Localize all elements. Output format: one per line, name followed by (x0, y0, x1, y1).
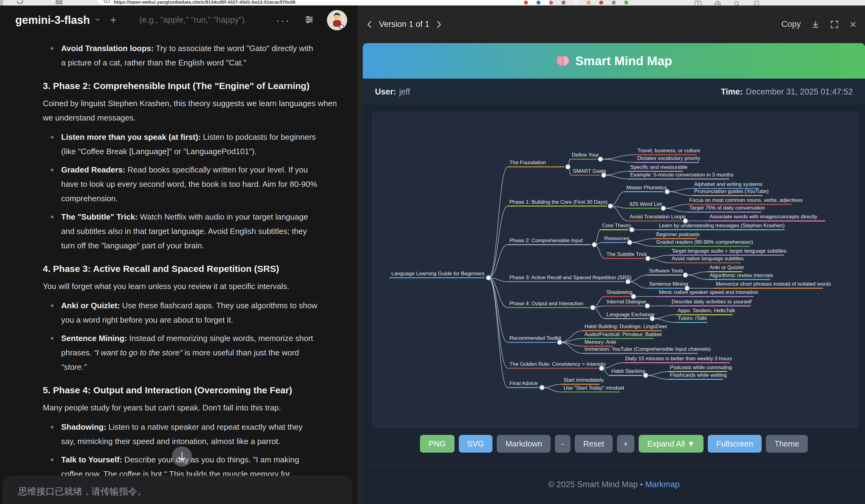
png-button[interactable]: PNG (420, 435, 454, 453)
mindmap-canvas[interactable]: Language Learning Guide for BeginnersThe… (373, 112, 858, 427)
reset-button[interactable]: Reset (575, 435, 613, 453)
mindmap-node-toggle[interactable] (665, 189, 670, 194)
mindmap-node-label[interactable]: Language Learning Guide for Beginners (392, 270, 485, 277)
mindmap-node-label[interactable]: Phase 1: Building the Core (First 30 Day… (509, 199, 608, 205)
fullscreen-icon[interactable] (830, 20, 839, 29)
mindmap-node-label[interactable]: Habit Stacking (611, 368, 645, 374)
extension-icon[interactable] (524, 1, 528, 4)
site-info-icon[interactable] (103, 0, 110, 4)
mindmap-node-label[interactable]: Associate words with images/concepts dir… (710, 213, 818, 220)
mindmap-node-label[interactable]: Language Exchange (607, 311, 655, 317)
markmap-link[interactable]: Markmap (645, 480, 680, 489)
mindmap-node-label[interactable]: Core Theory (602, 222, 631, 228)
mindmap-node-label[interactable]: SMART Goals (573, 168, 606, 174)
mindmap-node-label[interactable]: Immersion: YouTube (Comprehensible Input… (585, 346, 711, 352)
mindmap-node-toggle[interactable] (566, 165, 570, 169)
scroll-to-bottom-button[interactable] (172, 446, 192, 467)
tab-groups-icon[interactable] (55, 0, 63, 5)
mindmap-node-label[interactable]: Graded readers (80-90% comprehension) (656, 239, 753, 245)
mindmap-node-label[interactable]: Learn by understanding messages (Stephen… (659, 222, 785, 228)
mindmap-node-toggle[interactable] (683, 273, 688, 277)
address-bar[interactable]: https://open-webui.yangtzedaidata.site/c… (97, 0, 554, 5)
mindmap-node-label[interactable]: The Subtitle Trick (607, 251, 647, 257)
mindmap-node-toggle[interactable] (598, 157, 602, 162)
mindmap-node-toggle[interactable] (540, 385, 544, 390)
mindmap-node-label[interactable]: Anki or Quizlet (710, 264, 744, 270)
extension-icon[interactable] (574, 1, 578, 4)
mindmap-node-toggle[interactable] (646, 256, 650, 261)
mindmap-node-label[interactable]: Audio/Practical: Pimsleur, Babbel (585, 331, 661, 337)
mindmap-node-toggle[interactable] (631, 294, 636, 299)
extension-icon[interactable] (624, 1, 628, 4)
avatar[interactable] (327, 10, 347, 30)
more-options-icon[interactable]: ··· (276, 14, 290, 26)
split-view-icon[interactable] (694, 0, 702, 5)
mindmap-node-label[interactable]: The Foundation (509, 159, 546, 165)
mindmap-node-label[interactable]: Avoid native language subtitles (672, 255, 744, 261)
url-text[interactable]: https://open-webui.yangtzedaidata.site/c… (114, 0, 296, 4)
mindmap-node-toggle[interactable] (486, 276, 491, 280)
translate-icon[interactable] (714, 0, 721, 5)
mindmap-node-label[interactable]: Tutors: iTalki (678, 315, 706, 321)
expand-all-button[interactable]: Expand All ▼ (639, 435, 704, 453)
mindmap-node-label[interactable]: Recommended Toolkit (509, 335, 561, 341)
mindmap-node-label[interactable]: Target language audio + target language … (672, 248, 787, 254)
mindmap-node-toggle[interactable] (601, 173, 606, 177)
bookmark-icon[interactable] (753, 0, 760, 5)
download-icon[interactable] (811, 20, 820, 29)
mindmap-node-label[interactable]: Beginner podcasts (656, 231, 700, 237)
reload-icon[interactable] (16, 0, 24, 5)
model-selector[interactable]: gemini-3-flash (15, 14, 90, 27)
mindmap-node-label[interactable]: Habit Building: Duolingo, LingoDeer (585, 323, 668, 329)
mindmap-node-label[interactable]: 625 Word List (630, 201, 662, 207)
mindmap-node-toggle[interactable] (645, 304, 650, 308)
mindmap-node-label[interactable]: Apps: Tandem, HelloTalk (678, 307, 735, 314)
fullscreen-button[interactable]: Fullscreen (708, 435, 762, 453)
mindmap-node-toggle[interactable] (643, 373, 648, 378)
mindmap-node-toggle[interactable] (590, 305, 595, 310)
mindmap-node-label[interactable]: Algorithmic review intervals (710, 272, 773, 278)
chevron-right-icon[interactable] (436, 21, 442, 28)
chevron-down-icon[interactable] (94, 16, 101, 24)
mindmap-node-label[interactable]: Master Phonetics (626, 185, 667, 190)
mindmap-node-label[interactable]: Phase 2: Comprehensible Input (509, 237, 583, 244)
mindmap-node-label[interactable]: Internal Dialogue (607, 298, 646, 305)
new-chat-button[interactable]: + (110, 14, 117, 27)
mindmap-node-label[interactable]: Focus on most common nouns, verbs, adjec… (689, 197, 803, 203)
mindmap-node-label[interactable]: Memory: Anki (585, 339, 616, 345)
close-icon[interactable] (849, 21, 857, 28)
controls-icon[interactable] (304, 14, 315, 26)
mindmap-node-label[interactable]: Sentence Mining (649, 281, 688, 287)
search-icon[interactable] (734, 0, 741, 5)
extension-icon[interactable] (599, 1, 603, 4)
extension-icon[interactable] (587, 1, 591, 4)
mindmap-node-label[interactable]: Example: 5-minute conversation in 3 mont… (630, 172, 734, 178)
extension-icon[interactable] (612, 1, 616, 4)
mindmap-node-label[interactable]: Alphabet and writing systems (694, 181, 762, 187)
mindmap-node-label[interactable]: Shadowing (607, 289, 633, 295)
mindmap-node-label[interactable]: Avoid Translation Loops (630, 213, 685, 220)
mindmap-node-label[interactable]: Define Your (572, 152, 599, 158)
mindmap-node-toggle[interactable] (608, 204, 613, 208)
copy-button[interactable]: Copy (782, 20, 801, 29)
svg-button[interactable]: SVG (459, 435, 493, 453)
mindmap-node-toggle[interactable] (627, 240, 632, 245)
mindmap-node-label[interactable]: Phase 4: Output and Interaction (509, 300, 583, 306)
extension-icon[interactable] (549, 1, 553, 4)
chevron-left-icon[interactable] (366, 21, 373, 28)
mindmap-node-label[interactable]: Pronunciation guides (YouTube) (694, 188, 769, 194)
extension-icon[interactable] (562, 1, 566, 4)
chat-input[interactable]: 思维接口已就绪，请传输指令。 (3, 476, 352, 504)
mindmap-node-toggle[interactable] (630, 227, 634, 232)
markdown-button[interactable]: Markdown (497, 435, 551, 453)
mindmap-node-label[interactable]: Final Advice (509, 380, 538, 386)
zoom-in-button[interactable]: + (617, 435, 634, 453)
mindmap-node-toggle[interactable] (599, 366, 604, 371)
mindmap-node-toggle[interactable] (557, 340, 562, 345)
zoom-out-button[interactable]: - (555, 435, 570, 453)
mindmap-node-toggle[interactable] (626, 279, 631, 284)
mindmap-node-label[interactable]: Specific and measurable (630, 164, 687, 170)
mindmap-node-label[interactable]: Phase 3: Active Recall and Spaced Repeti… (509, 274, 632, 280)
mindmap-node-label[interactable]: Software Tools (649, 268, 683, 274)
mindmap-node-label[interactable]: Flashcards while waiting (670, 372, 727, 378)
